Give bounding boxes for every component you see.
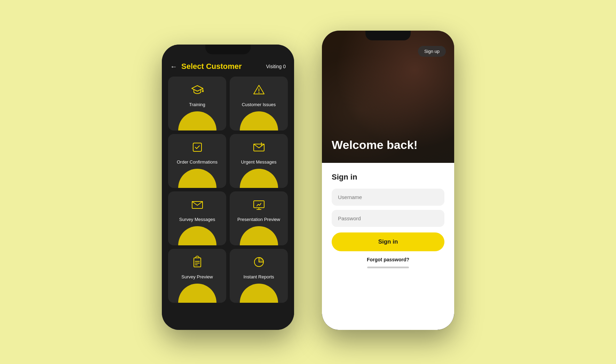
svg-rect-5 <box>193 143 202 151</box>
alert-triangle-icon <box>253 84 265 98</box>
signin-section: Sign in Sign in Forgot password? <box>322 163 454 330</box>
presentation-preview-label: Presentation Preview <box>237 217 280 223</box>
survey-messages-label: Survey Messages <box>179 217 215 223</box>
grid-item-order-confirmations[interactable]: Order Confirmations <box>168 134 226 188</box>
envelope-exclaim-icon <box>253 141 265 155</box>
training-semicircle <box>172 113 222 130</box>
urgent-messages-label: Urgent Messages <box>241 159 277 165</box>
grid-container: Training Customer Issues <box>162 77 294 303</box>
svg-point-2 <box>202 91 203 92</box>
pie-chart-icon <box>253 256 265 270</box>
envelope-icon <box>191 198 204 213</box>
survey-messages-semicircle <box>172 228 222 245</box>
screen-right: Sign up Welcome back! Sign in Sign in Fo… <box>322 31 454 330</box>
svg-point-4 <box>258 92 259 93</box>
clipboard-icon <box>191 256 204 270</box>
order-confirmations-semicircle <box>172 171 222 188</box>
survey-preview-semicircle <box>172 285 222 303</box>
notch-left <box>205 45 251 54</box>
header-row: ← Select Customer Visiting 0 <box>162 58 294 77</box>
home-indicator <box>367 267 409 268</box>
grid-item-presentation-preview[interactable]: Presentation Preview <box>230 191 288 245</box>
grid-item-survey-preview[interactable]: Survey Preview <box>168 249 226 303</box>
scene: ← Select Customer Visiting 0 <box>0 0 616 364</box>
order-confirmations-label: Order Confirmations <box>177 159 218 165</box>
screen-left: ← Select Customer Visiting 0 <box>162 45 294 330</box>
welcome-text: Welcome back! <box>332 138 418 152</box>
signin-title: Sign in <box>332 173 444 182</box>
signup-button[interactable]: Sign up <box>418 46 446 57</box>
svg-point-8 <box>261 145 261 146</box>
svg-marker-0 <box>192 86 203 91</box>
presentation-preview-semicircle <box>234 228 284 245</box>
customer-issues-semicircle <box>234 113 284 130</box>
instant-reports-semicircle <box>234 285 284 303</box>
graduation-cap-icon <box>191 84 204 98</box>
visiting-badge: Visiting 0 <box>266 64 286 69</box>
svg-rect-13 <box>194 258 201 267</box>
username-input[interactable] <box>332 189 444 206</box>
urgent-messages-semicircle <box>234 171 284 188</box>
notch-right <box>365 31 411 40</box>
password-input[interactable] <box>332 210 444 227</box>
back-button[interactable]: ← <box>170 63 177 71</box>
grid-item-customer-issues[interactable]: Customer Issues <box>230 77 288 130</box>
phone-right: Sign up Welcome back! Sign in Sign in Fo… <box>322 31 454 330</box>
hero-section: Sign up Welcome back! <box>322 31 454 163</box>
signin-button[interactable]: Sign in <box>332 232 444 251</box>
checkbox-icon <box>191 141 204 155</box>
grid-item-survey-messages[interactable]: Survey Messages <box>168 191 226 245</box>
grid-item-training[interactable]: Training <box>168 77 226 130</box>
training-label: Training <box>189 102 205 108</box>
phone-left: ← Select Customer Visiting 0 <box>162 45 294 330</box>
monitor-icon <box>253 198 265 213</box>
svg-rect-10 <box>254 201 264 208</box>
forgot-password-link[interactable]: Forgot password? <box>332 257 444 262</box>
grid-item-urgent-messages[interactable]: Urgent Messages <box>230 134 288 188</box>
survey-preview-label: Survey Preview <box>181 274 213 280</box>
select-customer-title: Select Customer <box>181 62 242 71</box>
instant-reports-label: Instant Reports <box>243 274 274 280</box>
customer-issues-label: Customer Issues <box>242 102 276 108</box>
grid-item-instant-reports[interactable]: Instant Reports <box>230 249 288 303</box>
